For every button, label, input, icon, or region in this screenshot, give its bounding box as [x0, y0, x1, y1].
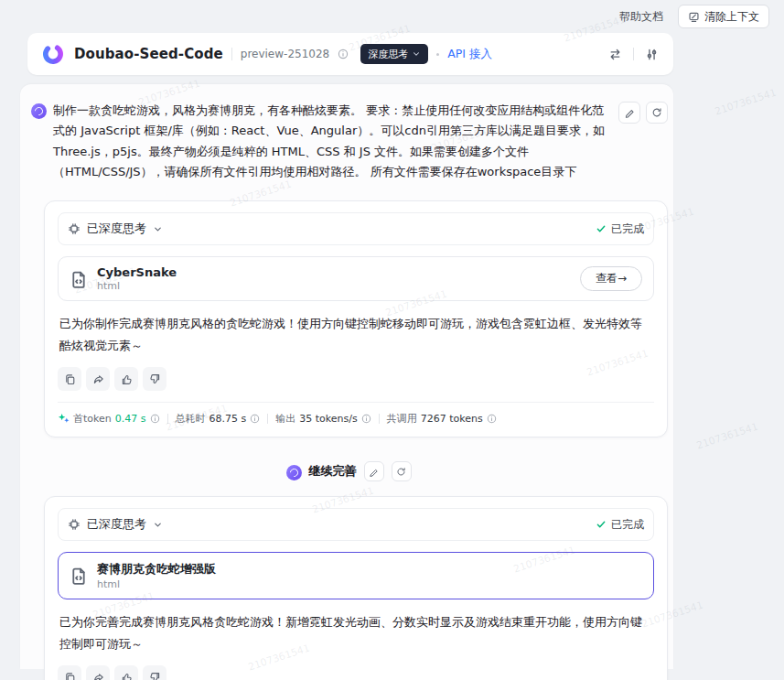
header-actions [607, 46, 660, 63]
deep-think-badge-label: 深度思考 [368, 48, 408, 61]
divider [231, 48, 232, 60]
info-icon[interactable] [150, 414, 160, 424]
deep-think-icon [68, 222, 81, 235]
stat-first-token: 首token 0.47 s [58, 412, 160, 426]
api-access-link[interactable]: API 接入 [447, 47, 492, 62]
copy-button[interactable] [58, 665, 81, 680]
user-avatar-icon [31, 103, 47, 119]
spark-icon [58, 413, 70, 425]
stat-output-speed: 输出 35 tokens/s [275, 412, 371, 426]
assistant-message-text: 已为你完善完成赛博朋克风格贪吃蛇游戏！新增霓虹发光动画、分数实时显示及游戏结束重… [59, 611, 652, 654]
parameters-button[interactable] [643, 46, 660, 63]
model-version: preview-251028 [241, 48, 329, 60]
conversation-panel: 制作一款贪吃蛇游戏，风格为赛博朋克，有各种酷炫要素。 要求：禁止使用任何改变应用… [20, 84, 673, 669]
status-badge: 已完成 [596, 517, 644, 533]
thumbs-down-button[interactable] [143, 367, 166, 391]
top-bar: 帮助文档 清除上下文 [0, 0, 784, 29]
stat-total-time: 总耗时 68.75 s [176, 412, 261, 426]
file-type: html [97, 578, 216, 590]
thumbs-up-button[interactable] [114, 665, 138, 680]
info-icon[interactable] [361, 414, 371, 424]
artifact-file-card[interactable]: CyberSnake html 查看→ [58, 256, 654, 301]
assistant-message-text: 已为你制作完成赛博朋克风格的贪吃蛇游戏！使用方向键控制蛇移动即可游玩，游戏包含霓… [59, 313, 652, 356]
chevron-down-icon [153, 224, 163, 234]
share-icon [92, 373, 104, 385]
info-icon[interactable] [250, 414, 260, 424]
retry-icon [651, 107, 662, 118]
clear-context-label: 清除上下文 [704, 9, 759, 25]
artifact-file-card[interactable]: 赛博朋克贪吃蛇增强版 html [58, 552, 654, 599]
watermark-text: 2107361541 [695, 421, 760, 452]
info-icon[interactable] [338, 49, 349, 59]
copy-button[interactable] [58, 367, 81, 391]
thumbs-down-icon [149, 672, 161, 680]
pencil-icon [369, 467, 379, 477]
thumbs-up-icon [121, 672, 133, 680]
thumbs-down-button[interactable] [143, 665, 166, 680]
deep-think-accordion[interactable]: 已深度思考 已完成 [58, 212, 654, 245]
check-icon [596, 519, 607, 530]
model-header: Doubao-Seed-Code preview-251028 深度思考 API… [27, 33, 673, 75]
share-button[interactable] [86, 665, 110, 680]
divider [633, 48, 634, 60]
message-actions [618, 102, 668, 124]
pencil-icon [624, 107, 635, 118]
thumbs-up-button[interactable] [114, 367, 138, 391]
copy-icon [64, 373, 76, 385]
file-type: html [97, 280, 177, 292]
retry-message-button[interactable] [646, 102, 668, 124]
deep-think-icon [68, 518, 81, 531]
usage-stats: 首token 0.47 s 总耗时 68.75 s 输出 35 tokens/s [58, 412, 654, 426]
retry-icon [396, 467, 406, 477]
assistant-response-card: 已深度思考 已完成 CyberSnake html 查看→ 已为你制作完成 [44, 200, 668, 437]
chevron-down-icon [153, 520, 163, 530]
clear-context-button[interactable]: 清除上下文 [678, 5, 769, 28]
thumbs-up-icon [121, 373, 133, 385]
swap-arrows-icon [608, 48, 622, 61]
compare-models-button[interactable] [607, 46, 624, 63]
user-avatar-icon [286, 465, 302, 480]
edit-message-button[interactable] [618, 102, 640, 124]
retry-message-button[interactable] [392, 461, 412, 481]
code-file-icon [70, 567, 88, 585]
user-followup-text: 继续完善 [309, 463, 357, 480]
clear-context-icon [688, 11, 700, 23]
doubao-logo [40, 41, 66, 67]
divider [58, 402, 654, 403]
code-file-icon [70, 270, 88, 288]
share-button[interactable] [86, 367, 110, 391]
deep-think-accordion[interactable]: 已深度思考 已完成 [58, 508, 654, 541]
status-label: 已完成 [611, 517, 644, 533]
thumbs-down-icon [149, 373, 161, 385]
edit-message-button[interactable] [364, 461, 384, 481]
user-message: 制作一款贪吃蛇游戏，风格为赛博朋克，有各种酷炫要素。 要求：禁止使用任何改变应用… [29, 101, 668, 182]
model-title: Doubao-Seed-Code [74, 46, 223, 62]
deep-think-label: 已深度思考 [87, 221, 146, 237]
file-name: 赛博朋克贪吃蛇增强版 [97, 561, 216, 577]
user-message-text: 制作一款贪吃蛇游戏，风格为赛博朋克，有各种酷炫要素。 要求：禁止使用任何改变应用… [53, 101, 612, 182]
user-followup-message: 继续完善 [29, 461, 668, 481]
deep-think-label: 已深度思考 [87, 516, 146, 533]
share-icon [92, 672, 104, 680]
doubao-playground: 2107361541 2107361541 2107361541 2107361… [0, 0, 784, 680]
info-icon[interactable] [487, 414, 497, 424]
watermark-text: 2107361541 [714, 87, 779, 118]
view-artifact-button[interactable]: 查看→ [580, 266, 642, 291]
file-meta: CyberSnake html [97, 265, 177, 292]
copy-icon [64, 672, 76, 680]
stat-total-tokens: 共调用 7267 tokens [387, 412, 497, 426]
sliders-icon [645, 48, 659, 61]
check-icon [596, 223, 607, 234]
chevron-down-icon [412, 49, 421, 59]
file-meta: 赛博朋克贪吃蛇增强版 html [97, 561, 216, 590]
deep-think-badge[interactable]: 深度思考 [360, 44, 428, 64]
dot-separator [436, 53, 439, 56]
response-toolbar [58, 367, 654, 391]
divider [167, 414, 168, 424]
status-badge: 已完成 [596, 221, 644, 237]
divider [267, 414, 268, 424]
assistant-response-card: 已深度思考 已完成 赛博朋克贪吃蛇增强版 html 已为你完善完成赛博朋克风格贪… [44, 496, 668, 680]
status-label: 已完成 [611, 221, 644, 237]
divider [379, 414, 380, 424]
help-docs-link[interactable]: 帮助文档 [619, 9, 663, 25]
